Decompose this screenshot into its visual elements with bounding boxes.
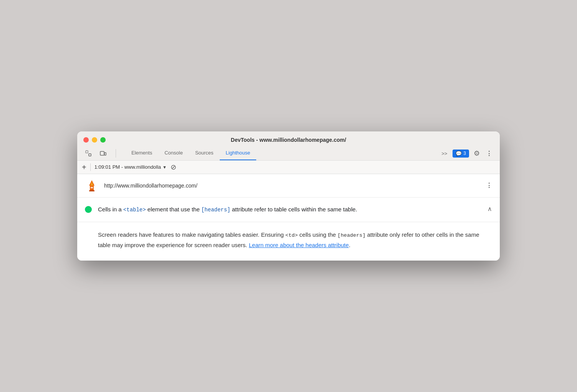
tab-elements[interactable]: Elements bbox=[125, 147, 158, 160]
audit-code-headers: [headers] bbox=[201, 207, 230, 213]
maximize-button[interactable] bbox=[100, 137, 106, 143]
tab-lighthouse[interactable]: Lighthouse bbox=[220, 147, 257, 160]
tab-icons bbox=[83, 148, 119, 158]
url-dropdown-arrow[interactable]: ▼ bbox=[162, 165, 167, 169]
svg-rect-10 bbox=[90, 188, 94, 189]
audit-title-before: Cells in a bbox=[98, 206, 123, 213]
desc-end: . bbox=[349, 242, 350, 248]
tabs-bar: Elements Console Sources Lighthouse >> 💬… bbox=[83, 147, 494, 160]
main-content: http://www.milliondollarhomepage.com/ ⋮ … bbox=[77, 174, 500, 261]
more-tabs-button[interactable]: >> bbox=[439, 149, 449, 158]
audit-header[interactable]: Cells in a <table> element that use the … bbox=[77, 198, 500, 222]
traffic-lights bbox=[83, 137, 106, 143]
console-messages-button[interactable]: 💬 3 bbox=[453, 149, 469, 158]
close-button[interactable] bbox=[83, 137, 89, 143]
desc-code-td: <td> bbox=[285, 233, 298, 238]
more-options-button[interactable]: ⋮ bbox=[484, 148, 494, 159]
titlebar-top: DevTools - www.milliondollarhomepage.com… bbox=[83, 137, 494, 143]
chat-icon: 💬 bbox=[456, 151, 462, 156]
audit-title-after: attribute refer to table cells within th… bbox=[230, 206, 357, 213]
svg-rect-8 bbox=[89, 190, 95, 191]
audit-title-middle: element that use the bbox=[146, 206, 201, 213]
console-count: 3 bbox=[463, 151, 466, 156]
desc-before: Screen readers have features to make nav… bbox=[98, 231, 285, 238]
audit-description: Screen readers have features to make nav… bbox=[77, 222, 500, 261]
add-button[interactable]: + bbox=[82, 163, 86, 171]
devtools-window: DevTools - www.milliondollarhomepage.com… bbox=[77, 131, 500, 261]
audit-section: Cells in a <table> element that use the … bbox=[77, 198, 500, 261]
svg-rect-9 bbox=[90, 187, 94, 188]
svg-rect-3 bbox=[104, 153, 106, 155]
device-toggle-icon[interactable] bbox=[98, 148, 108, 158]
audit-code-table: <table> bbox=[123, 207, 146, 213]
window-title: DevTools - www.milliondollarhomepage.com… bbox=[231, 137, 346, 143]
report-url-text: http://www.milliondollarhomepage.com/ bbox=[104, 183, 481, 189]
clear-button[interactable]: ⊘ bbox=[171, 163, 176, 171]
secondary-toolbar: + 1:09:01 PM - www.milliondolla ▼ ⊘ bbox=[77, 161, 500, 174]
report-more-button[interactable]: ⋮ bbox=[486, 182, 492, 189]
tab-console[interactable]: Console bbox=[158, 147, 189, 160]
collapse-button[interactable]: ∧ bbox=[487, 205, 492, 213]
tabs-right: >> 💬 3 ⚙ ⋮ bbox=[439, 148, 494, 159]
timestamp-text: 1:09:01 PM - www.milliondolla bbox=[95, 164, 161, 170]
desc-middle1: cells using the bbox=[298, 231, 337, 238]
tab-divider bbox=[116, 149, 116, 158]
desc-code-headers: [headers] bbox=[338, 233, 366, 238]
select-element-icon[interactable] bbox=[83, 148, 93, 158]
tab-sources[interactable]: Sources bbox=[189, 147, 220, 160]
toolbar-divider bbox=[90, 163, 91, 171]
svg-rect-1 bbox=[89, 154, 91, 156]
minimize-button[interactable] bbox=[92, 137, 97, 143]
svg-rect-0 bbox=[86, 151, 88, 153]
learn-more-link[interactable]: Learn more about the headers attribute bbox=[249, 242, 349, 248]
svg-rect-2 bbox=[100, 151, 104, 155]
report-url-row: http://www.milliondollarhomepage.com/ ⋮ bbox=[77, 174, 500, 198]
settings-button[interactable]: ⚙ bbox=[472, 148, 481, 159]
timestamp-url: 1:09:01 PM - www.milliondolla ▼ bbox=[95, 164, 167, 170]
audit-pass-indicator bbox=[85, 206, 92, 213]
audit-title: Cells in a <table> element that use the … bbox=[98, 205, 481, 214]
titlebar: DevTools - www.milliondollarhomepage.com… bbox=[77, 131, 500, 161]
lighthouse-logo-icon bbox=[85, 179, 99, 193]
